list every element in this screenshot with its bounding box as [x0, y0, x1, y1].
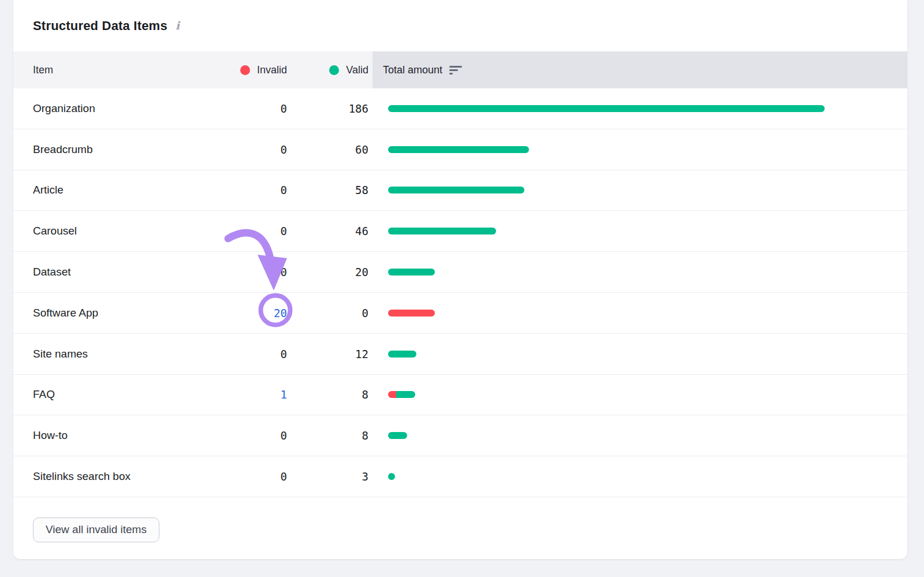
total-amount-cell — [368, 146, 907, 153]
table-row: Carousel046 — [13, 211, 907, 252]
bar-segment-valid — [388, 473, 395, 480]
invalid-count-cell: 0 — [252, 102, 287, 115]
table-row: Breadcrumb060 — [13, 129, 907, 170]
table-row: How-to08 — [13, 415, 907, 456]
bar-segment-valid — [388, 432, 407, 439]
total-amount-cell — [368, 473, 907, 480]
row-item-label: Organization — [13, 102, 252, 115]
bar-segment-invalid — [388, 310, 435, 317]
invalid-legend-dot-icon — [240, 65, 250, 75]
total-amount-cell — [368, 351, 907, 358]
total-amount-bar — [388, 269, 435, 276]
bar-segment-invalid — [388, 391, 396, 398]
invalid-count-link[interactable]: 1 — [281, 388, 287, 401]
valid-count: 3 — [287, 470, 368, 483]
total-amount-cell — [368, 228, 907, 234]
bar-segment-valid — [388, 187, 524, 193]
table-header-row: Item Invalid Valid Total amount — [13, 51, 907, 88]
valid-count: 186 — [287, 102, 368, 115]
row-item-label: Article — [13, 184, 252, 196]
invalid-count: 0 — [281, 225, 287, 237]
bar-segment-valid — [396, 391, 415, 398]
sort-descending-icon[interactable] — [449, 66, 463, 75]
invalid-count: 0 — [281, 266, 287, 278]
invalid-count: 0 — [281, 470, 287, 483]
row-item-label: Software App — [13, 307, 252, 319]
invalid-count-cell: 0 — [252, 348, 287, 360]
valid-count: 60 — [287, 143, 368, 156]
invalid-count-link-annotated[interactable]: 20 — [274, 307, 287, 319]
table-row: Dataset020 — [13, 252, 907, 293]
invalid-count-cell: 0 — [252, 225, 287, 237]
bar-segment-valid — [388, 228, 496, 234]
valid-count: 46 — [287, 225, 368, 237]
table-row: Article058 — [13, 170, 907, 211]
total-amount-bar — [388, 105, 825, 112]
card-header: Structured Data Items i — [13, 0, 907, 51]
valid-count: 58 — [287, 184, 368, 196]
bar-segment-valid — [388, 269, 435, 276]
invalid-count: 0 — [281, 429, 287, 442]
valid-legend-dot-icon — [329, 65, 339, 75]
invalid-count: 0 — [281, 143, 287, 156]
total-amount-cell — [368, 432, 907, 439]
row-item-label: Dataset — [13, 266, 252, 278]
total-amount-bar — [388, 351, 416, 358]
total-amount-cell — [368, 187, 907, 193]
total-amount-cell — [368, 391, 907, 398]
total-amount-bar — [388, 473, 395, 480]
row-item-label: Site names — [13, 348, 252, 360]
invalid-count: 0 — [281, 102, 287, 115]
invalid-count: 0 — [281, 348, 287, 360]
row-item-label: How-to — [13, 429, 252, 442]
bar-segment-valid — [388, 351, 416, 358]
invalid-count-cell: 0 — [252, 470, 287, 483]
invalid-count-cell: 0 — [252, 184, 287, 196]
valid-count: 8 — [287, 388, 368, 401]
table-row: FAQ18 — [13, 375, 907, 416]
column-header-valid: Valid — [287, 51, 368, 88]
structured-data-items-card: Structured Data Items i Item Invalid Val… — [13, 0, 907, 559]
view-all-invalid-items-button[interactable]: View all invalid items — [33, 518, 159, 542]
page-title: Structured Data Items — [33, 18, 167, 33]
table-row: Site names012 — [13, 334, 907, 375]
row-item-label: Breadcrumb — [13, 143, 252, 156]
invalid-count-cell: 0 — [252, 143, 287, 156]
total-amount-bar — [388, 146, 529, 153]
valid-count: 20 — [287, 266, 368, 278]
invalid-count-cell: 0 — [252, 429, 287, 442]
info-icon[interactable]: i — [176, 20, 180, 31]
invalid-count-cell: 20 — [252, 307, 287, 319]
row-item-label: Sitelinks search box — [13, 470, 252, 483]
invalid-count-cell: 0 — [252, 266, 287, 278]
column-header-item: Item — [13, 51, 195, 88]
total-amount-cell — [368, 310, 907, 317]
column-header-total-amount-label: Total amount — [383, 64, 442, 76]
row-item-label: FAQ — [13, 388, 252, 401]
total-amount-cell — [368, 105, 907, 112]
valid-count: 8 — [287, 429, 368, 442]
bar-segment-valid — [388, 105, 825, 112]
table-body: Organization0186Breadcrumb060Article058C… — [13, 88, 907, 497]
total-amount-bar — [388, 391, 415, 398]
invalid-count: 0 — [281, 184, 287, 196]
column-header-invalid: Invalid — [195, 51, 287, 88]
table-row: Software App200 — [13, 293, 907, 334]
bar-segment-valid — [388, 146, 529, 153]
total-amount-bar — [388, 432, 407, 439]
valid-count: 12 — [287, 348, 368, 360]
table-row: Organization0186 — [13, 88, 907, 129]
column-header-invalid-label: Invalid — [257, 64, 287, 76]
invalid-count-cell: 1 — [252, 388, 287, 401]
total-amount-cell — [368, 269, 907, 276]
column-header-valid-label: Valid — [346, 64, 368, 76]
valid-count: 0 — [287, 307, 368, 319]
total-amount-bar — [388, 228, 496, 234]
table-row: Sitelinks search box03 — [13, 456, 907, 497]
total-amount-bar — [388, 187, 524, 193]
total-amount-bar — [388, 310, 435, 317]
column-header-total-amount[interactable]: Total amount — [372, 51, 907, 88]
card-footer: View all invalid items — [13, 497, 907, 542]
row-item-label: Carousel — [13, 225, 252, 237]
